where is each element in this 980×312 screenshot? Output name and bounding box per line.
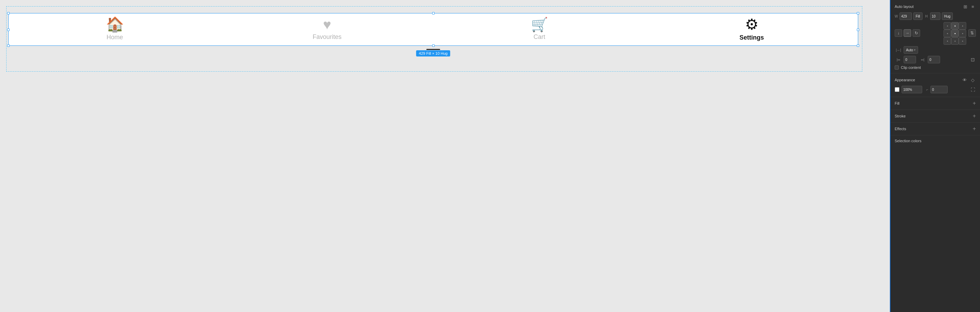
align-tr[interactable] bbox=[959, 22, 966, 30]
nav-item-cart[interactable]: 🛒 Cart bbox=[433, 13, 646, 45]
appearance-title: Appearance bbox=[895, 78, 915, 82]
align-tc[interactable] bbox=[951, 22, 959, 30]
padding-right-input[interactable] bbox=[928, 56, 940, 63]
effects-title: Effects bbox=[895, 127, 906, 131]
drop-icon-btn[interactable]: ◇ bbox=[970, 77, 976, 83]
padding-left-input[interactable] bbox=[904, 56, 916, 63]
h-label: H bbox=[925, 14, 929, 18]
auto-gap-label: Auto bbox=[906, 48, 913, 52]
fill-pill[interactable]: Fill bbox=[913, 13, 923, 20]
wh-row: W Fill H Hug bbox=[895, 13, 976, 20]
grid-icon-btn[interactable]: ⊞ bbox=[962, 3, 968, 10]
nav-item-favourites[interactable]: ♥ Favourites bbox=[221, 13, 433, 45]
padding-left-icon: |⇔ bbox=[895, 56, 902, 63]
gap-row: |↔| Auto ▾ bbox=[895, 46, 976, 54]
effects-section: Effects + bbox=[891, 123, 980, 135]
arrow-right-btn[interactable]: → bbox=[904, 29, 911, 37]
appearance-icons: 👁 ◇ bbox=[961, 77, 976, 83]
nav-item-home[interactable]: 🏠 Home bbox=[9, 13, 221, 45]
clip-content-checkbox[interactable] bbox=[895, 66, 899, 70]
settings-icon: ⚙ bbox=[745, 17, 759, 32]
fill-title: Fill bbox=[895, 101, 899, 106]
home-icon: 🏠 bbox=[106, 17, 124, 32]
panel-spacer bbox=[891, 146, 980, 312]
auto-layout-header: Auto layout ⊞ ≡ bbox=[895, 3, 976, 10]
auto-layout-section: Auto layout ⊞ ≡ W Fill H Hug ↓ → ↻ bbox=[891, 0, 980, 74]
clip-content-row: Clip content bbox=[895, 66, 976, 70]
align-br[interactable] bbox=[959, 37, 966, 45]
heart-icon: ♥ bbox=[323, 18, 331, 31]
size-tooltip: 429 Fill × 10 Hug bbox=[416, 50, 450, 56]
cart-icon: 🛒 bbox=[531, 18, 548, 31]
align-bc[interactable] bbox=[951, 37, 959, 45]
stroke-add-btn[interactable]: + bbox=[973, 113, 976, 119]
arrow-down-btn[interactable]: ↓ bbox=[895, 29, 902, 37]
gap-horizontal-icon: |↔| bbox=[895, 46, 902, 54]
align-mr[interactable] bbox=[959, 30, 966, 37]
canvas: 🏠 Home ♥ Favourites 🛒 Cart ⚙ Settings 42… bbox=[0, 0, 890, 312]
h-input[interactable] bbox=[930, 13, 940, 20]
direction-row: ↓ → ↻ ⇅ bbox=[895, 22, 976, 44]
align-ml[interactable] bbox=[943, 30, 951, 37]
auto-layout-title: Auto layout bbox=[895, 5, 913, 9]
handle-tr[interactable] bbox=[857, 12, 859, 14]
selection-colors-title: Selection colors bbox=[895, 139, 921, 143]
opacity-input[interactable] bbox=[902, 86, 922, 93]
handle-bl[interactable] bbox=[7, 45, 10, 47]
handle-br[interactable] bbox=[857, 45, 859, 47]
appearance-row: ⌐ ⛶ bbox=[895, 86, 976, 93]
wrap-btn[interactable]: ↻ bbox=[913, 29, 920, 37]
handle-tm[interactable] bbox=[432, 12, 434, 14]
stroke-title: Stroke bbox=[895, 114, 906, 118]
vertical-align-btn[interactable]: ⇅ bbox=[968, 29, 976, 37]
header-icons: ⊞ ≡ bbox=[962, 3, 976, 10]
padding-expand-btn[interactable]: ⊡ bbox=[970, 56, 976, 63]
align-bl[interactable] bbox=[943, 37, 951, 45]
corner-input[interactable] bbox=[931, 86, 948, 93]
favourites-label: Favourites bbox=[312, 34, 341, 41]
w-label: W bbox=[895, 14, 898, 18]
handle-rm[interactable] bbox=[857, 29, 859, 31]
corner-icon: ⌐ bbox=[926, 88, 928, 91]
appearance-header: Appearance 👁 ◇ bbox=[895, 77, 976, 83]
chevron-down-icon: ▾ bbox=[914, 48, 916, 52]
stroke-section: Stroke + bbox=[891, 110, 980, 123]
nav-component-container: 🏠 Home ♥ Favourites 🛒 Cart ⚙ Settings 42… bbox=[8, 13, 858, 46]
padding-row: |⇔ ⇔| ⊡ bbox=[895, 56, 976, 63]
color-swatch[interactable] bbox=[895, 87, 899, 92]
nav-component-selected[interactable]: 🏠 Home ♥ Favourites 🛒 Cart ⚙ Settings 42… bbox=[8, 13, 858, 46]
home-indicator bbox=[426, 49, 440, 50]
handle-tl[interactable] bbox=[7, 12, 10, 14]
fill-add-btn[interactable]: + bbox=[973, 101, 976, 106]
cart-label: Cart bbox=[533, 34, 545, 41]
hug-pill[interactable]: Hug bbox=[942, 13, 953, 20]
handle-lm[interactable] bbox=[7, 29, 10, 31]
selection-colors-section: Selection colors bbox=[891, 135, 980, 146]
right-panel: Auto layout ⊞ ≡ W Fill H Hug ↓ → ↻ bbox=[890, 0, 980, 312]
fullscreen-icon-btn[interactable]: ⛶ bbox=[970, 86, 976, 93]
fill-section: Fill + bbox=[891, 97, 980, 110]
w-input[interactable] bbox=[899, 13, 912, 20]
align-mc[interactable] bbox=[951, 30, 959, 37]
nav-item-settings[interactable]: ⚙ Settings bbox=[646, 13, 858, 45]
effects-add-btn[interactable]: + bbox=[973, 126, 976, 131]
bars-icon-btn[interactable]: ≡ bbox=[970, 3, 976, 10]
settings-label: Settings bbox=[740, 34, 764, 41]
eye-icon-btn[interactable]: 👁 bbox=[961, 77, 967, 83]
home-label: Home bbox=[106, 34, 123, 41]
alignment-grid bbox=[943, 22, 966, 44]
handle-bm[interactable] bbox=[432, 45, 434, 47]
appearance-section: Appearance 👁 ◇ ⌐ ⛶ bbox=[891, 74, 980, 97]
padding-right-icon: ⇔| bbox=[919, 56, 926, 63]
align-tl[interactable] bbox=[943, 22, 951, 30]
clip-content-label: Clip content bbox=[901, 66, 921, 70]
auto-gap-dropdown[interactable]: Auto ▾ bbox=[904, 46, 918, 54]
